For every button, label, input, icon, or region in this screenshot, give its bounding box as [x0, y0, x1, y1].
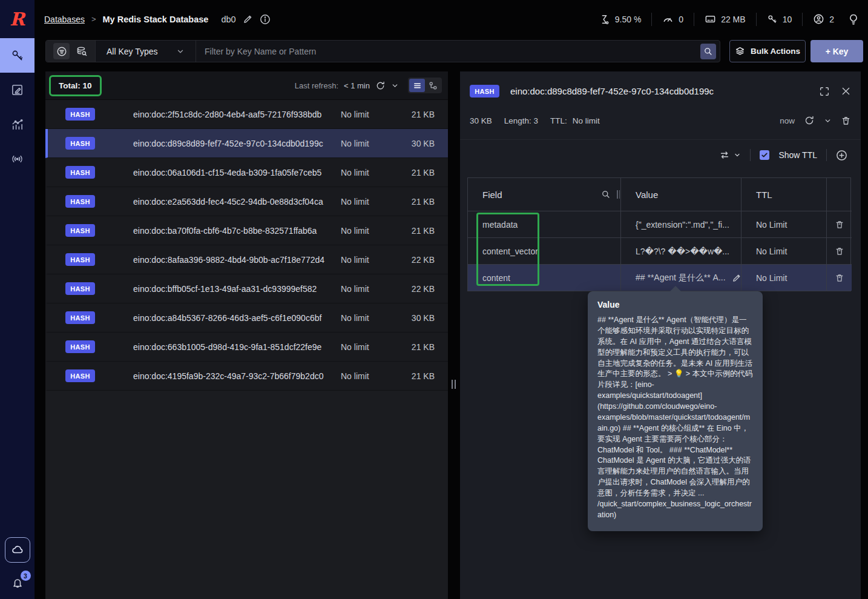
panel-resize-handle[interactable]: [452, 380, 456, 389]
key-size: 30 KB: [401, 313, 435, 323]
bulk-actions-button[interactable]: Bulk Actions: [729, 40, 806, 62]
key-filter-input[interactable]: [196, 47, 700, 56]
key-list-header: Total: 10 Last refresh: < 1 min: [45, 71, 448, 100]
ttl-column-header: TTL: [756, 190, 772, 200]
sidebar-item-pubsub[interactable]: [0, 142, 35, 176]
table-row[interactable]: HASH eino:doc:4195fa9b-232c-49a7-93c2-7b…: [45, 362, 448, 391]
edit-value-button[interactable]: [732, 273, 741, 283]
field-row-selected[interactable]: content ## **Agent 是什么** A... No Limit: [468, 264, 850, 291]
key-type-badge: HASH: [65, 253, 95, 266]
key-name: eino:doc:ba70f0fa-cbf6-4b7c-b8be-832571f…: [133, 226, 341, 236]
table-row[interactable]: HASH eino:doc:663b1005-d98d-419c-9fa1-85…: [45, 333, 448, 362]
key-type-badge: HASH: [65, 166, 95, 179]
formatter-select-button[interactable]: [719, 150, 741, 161]
notifications-button[interactable]: 3: [10, 576, 25, 591]
breadcrumb-databases-link[interactable]: Databases: [44, 15, 85, 24]
sidebar-item-workbench[interactable]: [0, 73, 35, 107]
key-size: 21 KB: [401, 342, 435, 352]
db-stats-bar: 9.50 % 0 22 MB 10 2: [599, 13, 860, 26]
key-type-badge: HASH: [65, 224, 95, 237]
bulk-actions-label: Bulk Actions: [751, 47, 800, 56]
key-name: eino:doc:e2a563dd-fec4-45c2-94db-0e88d3c…: [133, 197, 341, 207]
key-ttl: No limit: [341, 371, 401, 381]
insights-button[interactable]: [847, 13, 860, 25]
show-ttl-checkbox[interactable]: [760, 150, 769, 160]
table-row[interactable]: HASH eino:doc:ba70f0fa-cbf6-4b7c-b8be-83…: [45, 216, 448, 245]
key-name: eino:doc:2f51c8dc-2d80-4eb4-aaf5-72176f9…: [133, 110, 341, 119]
key-name: eino:doc:8afaa396-9882-4bd4-9b0b-ac7f18e…: [133, 255, 341, 265]
lightbulb-icon: [847, 13, 860, 25]
remove-field-button[interactable]: [835, 220, 844, 230]
chevron-down-icon: [824, 117, 832, 125]
total-keys-badge: Total: 10: [49, 75, 102, 96]
edit-alias-button[interactable]: [243, 14, 253, 24]
close-details-button[interactable]: [841, 86, 851, 96]
key-icon: [10, 48, 25, 63]
add-field-button[interactable]: [836, 150, 847, 161]
key-list-panel: Total: 10 Last refresh: < 1 min HASH ein…: [45, 71, 448, 599]
table-row[interactable]: HASH eino:doc:a84b5367-8266-46d3-aef5-c6…: [45, 303, 448, 333]
close-icon: [841, 86, 851, 96]
search-button[interactable]: [700, 44, 716, 59]
key-ttl: No limit: [341, 313, 401, 323]
key-type-dropdown[interactable]: All Key Types: [96, 47, 196, 56]
field-value[interactable]: ## **Agent 是什么** A...: [636, 273, 726, 283]
search-icon: [703, 47, 713, 56]
key-ttl: No limit: [341, 110, 401, 119]
last-refresh-label: Last refresh:: [295, 81, 338, 90]
delete-key-button[interactable]: [841, 116, 851, 126]
keys-value: 10: [783, 15, 792, 24]
table-row[interactable]: HASH eino:doc:8afaa396-9882-4bd4-9b0b-ac…: [45, 245, 448, 274]
key-size: 21 KB: [401, 168, 435, 177]
db-info-button[interactable]: [260, 14, 271, 25]
table-row[interactable]: HASH eino:doc:e2a563dd-fec4-45c2-94db-0e…: [45, 187, 448, 216]
field-ttl: No Limit: [756, 220, 787, 230]
key-type-badge: HASH: [65, 137, 95, 150]
field-row[interactable]: content_vector L?�?\? ��>��w�... No Limi…: [468, 237, 850, 264]
refresh-keys-button[interactable]: [375, 81, 386, 91]
clients-stat: 2: [813, 13, 834, 25]
key-size: 21 KB: [401, 110, 435, 119]
list-view-button[interactable]: [409, 79, 425, 92]
tree-view-button[interactable]: [425, 79, 441, 92]
table-row[interactable]: HASH eino:doc:06a106d1-cf15-4eda-b309-1f…: [45, 158, 448, 187]
app-sidebar: R 3: [0, 0, 35, 599]
info-icon: [260, 14, 271, 25]
plus-circle-icon: [836, 150, 847, 161]
field-value[interactable]: L?�?\? ��>��w�...: [636, 247, 729, 256]
remove-field-button[interactable]: [835, 247, 844, 256]
key-name: eino:doc:4195fa9b-232c-49a7-93c2-7b66f79…: [133, 371, 341, 381]
trash-icon: [841, 116, 851, 126]
search-fields-button[interactable]: [601, 190, 611, 199]
cloud-button[interactable]: [5, 537, 30, 563]
refresh-settings-chevron[interactable]: [391, 82, 399, 90]
table-row-selected[interactable]: HASH eino:doc:d89c8d89-fef7-452e-97c0-13…: [45, 129, 448, 158]
key-type-badge: HASH: [65, 282, 95, 295]
add-key-button[interactable]: + Key: [810, 40, 863, 62]
layers-icon: [735, 46, 745, 56]
field-row[interactable]: metadata {"_extension":".md","_fi... No …: [468, 211, 850, 237]
remove-field-button[interactable]: [835, 273, 844, 283]
sidebar-item-analytics[interactable]: [0, 107, 35, 142]
db-index-label: db0: [221, 15, 235, 24]
cpu-icon: [599, 14, 610, 25]
redis-logo: R: [0, 0, 35, 38]
auto-refresh-chevron[interactable]: [824, 117, 832, 125]
commands-value: 0: [679, 15, 683, 24]
sidebar-item-browser[interactable]: [0, 38, 35, 73]
ttl-value: No limit: [573, 116, 600, 125]
field-value[interactable]: {"_extension":".md","_fi...: [636, 220, 729, 230]
fullscreen-icon: [819, 86, 830, 97]
key-ttl: No limit: [341, 284, 401, 294]
table-row[interactable]: HASH eino:doc:bffb05cf-1e13-49af-aa31-dc…: [45, 274, 448, 303]
refresh-key-button[interactable]: [804, 115, 815, 126]
column-resize-handle[interactable]: [617, 190, 620, 199]
refresh-icon: [804, 115, 815, 126]
key-small-icon: [767, 14, 778, 25]
fullscreen-button[interactable]: [819, 86, 830, 97]
scan-keys-button[interactable]: [76, 45, 88, 58]
key-type-badge: HASH: [65, 195, 95, 208]
table-row[interactable]: HASH eino:doc:2f51c8dc-2d80-4eb4-aaf5-72…: [45, 100, 448, 129]
filter-mode-button[interactable]: [53, 43, 70, 59]
value-tooltip: Value ## **Agent 是什么** Agent（智能代理）是一个能够感…: [588, 291, 763, 531]
